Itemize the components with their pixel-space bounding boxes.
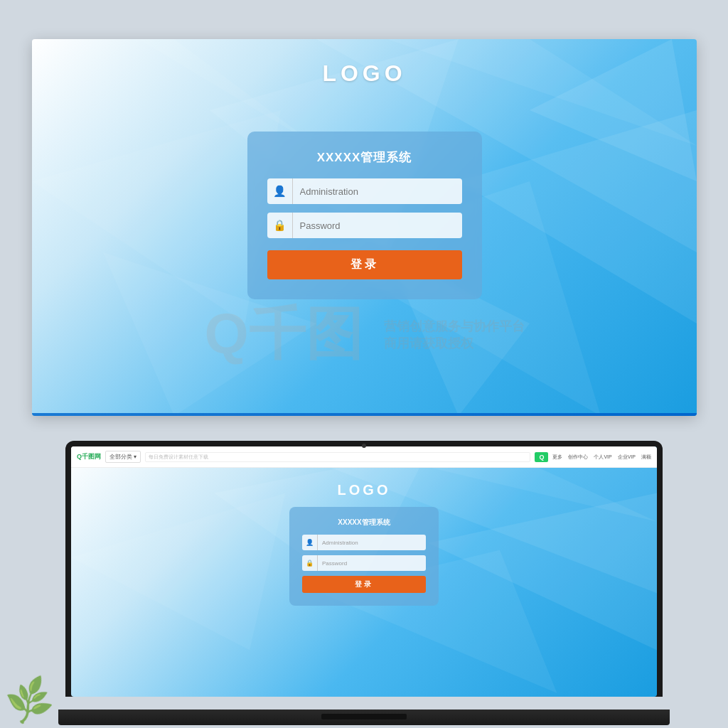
nav-personal-vip[interactable]: 个人VIP [594,454,611,461]
screen-login-button[interactable]: 登录 [302,576,426,593]
screen-navbar: Q千图网 全部分类 ▾ 每日免费设计素材任意下载 Q 更多 创作中心 个人VIP… [71,446,657,468]
nav-icons: 更多 创作中心 个人VIP 企业VIP 满额 [552,454,651,461]
card-title: XXXXX管理系统 [267,149,462,166]
nav-creation[interactable]: 创作中心 [568,454,588,461]
svg-marker-13 [71,493,285,650]
nav-logo: Q千图网 [77,452,101,461]
screen-password-placeholder: Password [318,560,351,567]
nav-enterprise-vip[interactable]: 企业VIP [618,454,636,461]
screen-logo: LOGO [338,482,391,498]
login-button[interactable]: 登录 [267,250,462,279]
screen-lock-icon: 🔒 [302,555,318,571]
lock-icon: 🔒 [267,213,293,238]
username-input[interactable] [293,181,462,203]
password-input-group[interactable]: 🔒 [267,213,462,238]
webcam [362,444,366,448]
nav-dropdown[interactable]: 全部分类 ▾ [105,451,141,463]
watermark: Q千图 营销创意服务与协作平台 商用请获取授权 [32,296,697,373]
watermark-line2: 商用请获取授权 [384,335,525,352]
screen-username-group[interactable]: 👤 Administration [302,535,426,550]
password-input[interactable] [293,215,462,237]
watermark-text-block: 营销创意服务与协作平台 商用请获取授权 [384,318,525,352]
nav-search-button[interactable]: Q [535,452,548,462]
laptop-mockup: Q千图网 全部分类 ▾ 每日免费设计素材任意下载 Q 更多 创作中心 个人VIP… [58,441,670,725]
laptop-base [58,710,670,725]
watermark-line1: 营销创意服务与协作平台 [384,318,525,335]
screen-inner: Q千图网 全部分类 ▾ 每日免费设计素材任意下载 Q 更多 创作中心 个人VIP… [71,446,657,697]
screen-login-card: XXXXX管理系统 👤 Administration 🔒 Password 登录 [289,507,439,606]
login-card: XXXXX管理系统 👤 🔒 登录 [247,132,482,299]
bottom-bar [32,413,697,416]
screen-content: Q千图网 全部分类 ▾ 每日免费设计素材任意下载 Q 更多 创作中心 个人VIP… [71,446,657,697]
leaf-decoration: 🌿 [1,673,57,727]
laptop-bezel: Q千图网 全部分类 ▾ 每日免费设计素材任意下载 Q 更多 创作中心 个人VIP… [65,441,663,697]
watermark-icon: Q千图 [204,296,362,373]
nav-search-bar: 每日免费设计素材任意下载 [145,452,530,462]
bottom-section: 🌿 [0,434,728,728]
top-logo: LOGO [322,60,406,87]
username-input-group[interactable]: 👤 [267,178,462,204]
nav-full[interactable]: 满额 [641,454,651,461]
nav-search-placeholder: 每日免费设计素材任意下载 [149,454,208,461]
top-preview-card: LOGO Q千图 营销创意服务与协作平台 商用请获取授权 XXXXX管理系统 👤… [32,39,697,416]
screen-username-placeholder: Administration [318,540,363,546]
nav-more[interactable]: 更多 [552,454,562,461]
screen-password-group[interactable]: 🔒 Password [302,555,426,571]
screen-user-icon: 👤 [302,535,318,550]
screen-card-title: XXXXX管理系统 [302,518,426,528]
user-icon: 👤 [267,178,293,204]
